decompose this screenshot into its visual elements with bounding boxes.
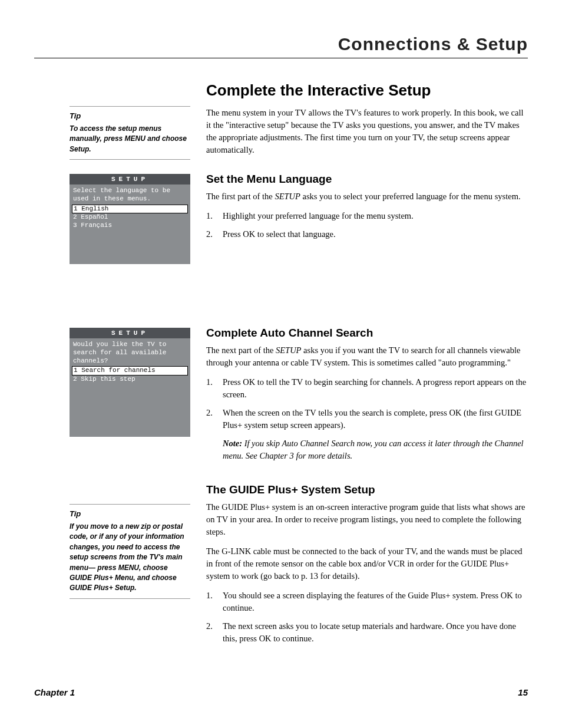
setup-prompt: Would you like the TV to search for all … [70, 338, 190, 366]
section-intro: The first part of the SETUP asks you to … [206, 190, 528, 203]
tip-block-2: Tip If you move to a new zip or postal c… [70, 504, 190, 599]
step-item: Press OK to tell the TV to begin searchi… [206, 376, 528, 401]
step-list: Press OK to tell the TV to begin searchi… [206, 376, 528, 431]
section-guide-plus-setup: The GUIDE Plus+ System Setup The GUIDE P… [206, 483, 528, 651]
section-title: Set the Menu Language [206, 173, 528, 186]
step-item: Press OK to select that language. [206, 228, 528, 241]
page-header: Connections & Setup [34, 34, 528, 58]
tip-body: To access the setup menus manually, pres… [70, 124, 190, 154]
step-list: You should see a screen displaying the f… [206, 589, 528, 645]
section-title: The GUIDE Plus+ System Setup [206, 483, 528, 496]
tip-block-1: Tip To access the setup menus manually, … [70, 106, 190, 160]
setup-option-espanol: 2 Español [70, 213, 190, 222]
section-set-menu-language: Set the Menu Language The first part of … [206, 173, 528, 246]
step-item: Highlight your preferred language for th… [206, 210, 528, 222]
section-title: Complete the Interactive Setup [206, 81, 528, 100]
setup-option-search: 1 Search for channels [72, 366, 188, 375]
step-item: The next screen asks you to locate setup… [206, 620, 528, 645]
setup-option-skip: 2 Skip this step [70, 375, 190, 384]
section-intro: The menu system in your TV allows the TV… [206, 107, 528, 156]
section-complete-interactive-setup: Complete the Interactive Setup The menu … [206, 81, 528, 163]
page-footer: Chapter 1 15 [34, 687, 528, 697]
step-item: You should see a screen displaying the f… [206, 589, 528, 614]
step-item: When the screen on the TV tells you the … [206, 407, 528, 431]
section-title: Complete Auto Channel Search [206, 327, 528, 340]
setup-title: SETUP [70, 174, 190, 185]
chapter-label: Chapter 1 [34, 687, 75, 697]
section-intro: The next part of the SETUP asks you if y… [206, 344, 528, 369]
setup-screenshot-language: SETUP Select the language to be used in … [70, 174, 190, 264]
tip-title: Tip [70, 509, 190, 518]
setup-option-francais: 3 Français [70, 222, 190, 230]
tip-body: If you move to a new zip or postal code,… [70, 522, 190, 594]
page-number: 15 [518, 687, 528, 697]
step-list: Highlight your preferred language for th… [206, 210, 528, 241]
note: Note: If you skip Auto Channel Search no… [206, 437, 528, 462]
tip-title: Tip [70, 111, 190, 120]
page-header-title: Connections & Setup [34, 34, 528, 54]
setup-prompt: Select the language to be used in these … [70, 185, 190, 205]
section-paragraph: The G-LINK cable must be connected to th… [206, 545, 528, 582]
setup-option-english: 1 English [72, 205, 188, 214]
section-auto-channel-search: Complete Auto Channel Search The next pa… [206, 327, 528, 462]
setup-title: SETUP [70, 328, 190, 338]
section-paragraph: The GUIDE Plus+ system is an on-screen i… [206, 501, 528, 538]
setup-screenshot-channel: SETUP Would you like the TV to search fo… [70, 328, 190, 437]
